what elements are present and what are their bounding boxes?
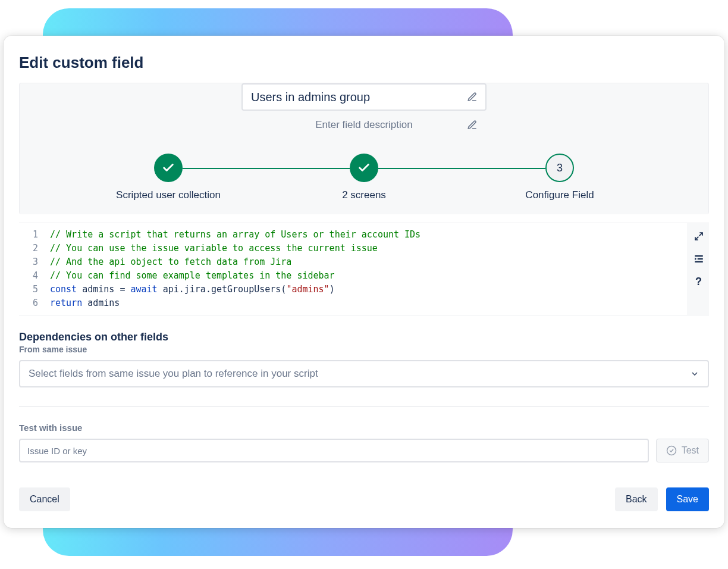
test-button-label: Test [682, 445, 699, 456]
field-description-placeholder: Enter field description [315, 119, 412, 131]
back-button[interactable]: Back [615, 487, 658, 511]
test-issue-input[interactable] [19, 439, 649, 462]
test-section: Test with issue Test [19, 423, 709, 462]
svg-rect-2 [695, 261, 703, 262]
header-panel: Enter field description Scripted user co… [19, 83, 709, 214]
check-icon [154, 154, 183, 182]
chevron-down-icon [690, 369, 699, 379]
dependencies-subheading: From same issue [19, 345, 709, 354]
dependencies-section: Dependencies on other fields From same i… [19, 331, 709, 387]
test-heading: Test with issue [19, 423, 709, 433]
pencil-icon[interactable] [466, 91, 478, 103]
dependencies-select-placeholder: Select fields from same issue you plan t… [29, 368, 318, 380]
svg-point-4 [667, 446, 676, 455]
step-1[interactable]: Scripted user collection [103, 154, 234, 201]
pencil-icon[interactable] [466, 119, 478, 131]
check-circle-icon [666, 445, 677, 456]
field-name-row [20, 83, 708, 111]
line-numbers: 123456 [19, 223, 44, 315]
cancel-button[interactable]: Cancel [19, 487, 70, 511]
divider [19, 407, 709, 407]
help-icon[interactable]: ? [692, 274, 706, 289]
step-3-number: 3 [545, 154, 574, 182]
field-description-row[interactable]: Enter field description [20, 117, 708, 133]
save-button[interactable]: Save [666, 487, 709, 511]
svg-rect-0 [695, 255, 703, 257]
step-1-label: Scripted user collection [116, 189, 221, 201]
step-2-label: 2 screens [342, 189, 386, 201]
modal-title: Edit custom field [4, 36, 724, 83]
indent-icon[interactable] [692, 252, 706, 266]
step-3[interactable]: 3 Configure Field [494, 154, 625, 201]
test-button[interactable]: Test [656, 439, 709, 462]
expand-icon[interactable] [692, 229, 706, 243]
svg-marker-3 [695, 258, 696, 261]
field-name-input[interactable] [241, 83, 487, 111]
dependencies-select[interactable]: Select fields from same issue you plan t… [19, 360, 709, 387]
step-3-label: Configure Field [525, 189, 594, 201]
svg-rect-1 [697, 258, 702, 260]
dependencies-heading: Dependencies on other fields [19, 331, 709, 343]
code-content[interactable]: // Write a script that returns an array … [44, 223, 688, 315]
modal-footer: Cancel Back Save [19, 487, 709, 511]
edit-custom-field-modal: Edit custom field Enter field descriptio… [4, 36, 724, 528]
step-2[interactable]: 2 screens [299, 154, 429, 201]
progress-stepper: Scripted user collection 2 screens 3 Con… [103, 154, 625, 201]
check-icon [350, 154, 378, 182]
editor-side-toolbar: ? [688, 223, 709, 315]
code-editor[interactable]: 123456 // Write a script that returns an… [19, 223, 709, 315]
